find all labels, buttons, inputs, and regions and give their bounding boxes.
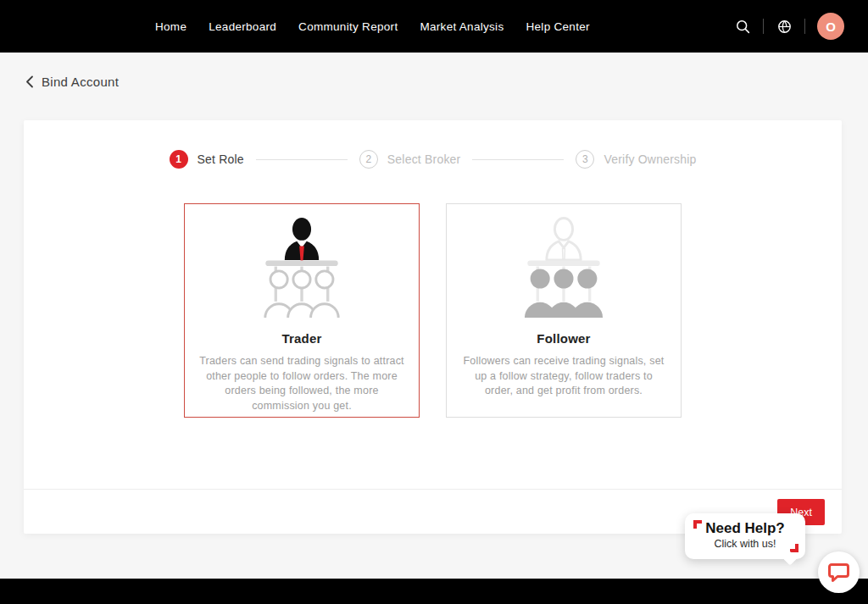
nav-actions: O [734,13,844,40]
stepper: 1 Set Role 2 Select Broker 3 Verify Owne… [24,150,842,169]
step-connector [472,159,564,160]
nav-divider [763,19,764,34]
need-help-bubble[interactable]: Need Help? Click with us! [685,513,805,559]
nav-item-home[interactable]: Home [155,20,186,33]
help-bubble-title: Need Help? [685,520,805,537]
top-nav: Home Leaderboard Community Report Market… [0,0,868,53]
footer-bar [0,579,868,604]
step-connector [256,159,348,160]
role-description: Traders can send trading signals to attr… [198,354,405,413]
step-number-badge: 1 [170,150,188,169]
role-title: Follower [447,331,681,346]
help-bubble-subtitle: Click with us! [685,538,805,550]
step-label: Verify Ownership [604,152,696,166]
role-options: Trader Traders can send trading signals … [24,203,842,418]
follower-audience-icon [523,217,604,323]
nav-item-leaderboard[interactable]: Leaderboard [209,20,276,33]
page-title: Bind Account [42,75,119,89]
nav-divider [804,19,805,34]
step-select-broker: 2 Select Broker [359,150,461,169]
globe-icon[interactable] [776,18,793,35]
step-number-badge: 3 [576,150,594,169]
step-number-badge: 2 [359,150,378,169]
back-chevron-icon[interactable] [25,75,34,88]
role-description: Followers can receive trading signals, s… [460,354,667,399]
step-label: Set Role [198,152,244,166]
red-corner-bracket-icon [790,544,798,552]
chat-bubble-icon [827,562,850,584]
search-icon[interactable] [734,18,751,35]
breadcrumb-back[interactable]: Bind Account [25,75,119,89]
card-footer-divider [24,489,842,490]
user-avatar[interactable]: O [817,13,844,40]
role-card-follower[interactable]: Follower Followers can receive trading s… [446,203,682,418]
trader-podium-icon [261,217,342,323]
bubble-tail [783,551,798,566]
nav-item-help-center[interactable]: Help Center [526,20,589,33]
role-title: Trader [185,331,419,346]
step-label: Select Broker [387,152,461,166]
role-card-trader[interactable]: Trader Traders can send trading signals … [184,203,420,418]
nav-item-market-analysis[interactable]: Market Analysis [420,20,504,33]
nav-item-community-report[interactable]: Community Report [298,20,398,33]
chat-launcher-button[interactable] [818,551,860,593]
step-verify-ownership: 3 Verify Ownership [576,150,696,169]
bind-account-card: 1 Set Role 2 Select Broker 3 Verify Owne… [24,120,842,534]
red-corner-bracket-icon [693,520,702,529]
nav-menu: Home Leaderboard Community Report Market… [155,20,590,33]
step-set-role: 1 Set Role [170,150,244,169]
